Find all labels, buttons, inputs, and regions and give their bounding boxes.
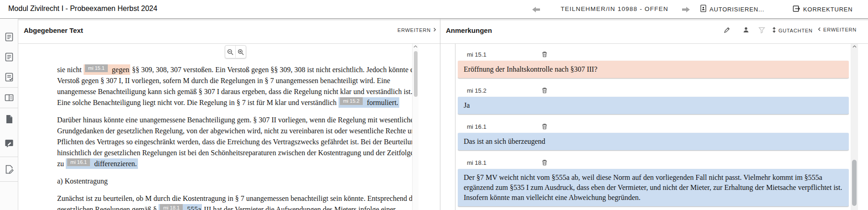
authorize-button[interactable]: AUTORISIEREN... <box>700 4 764 14</box>
draft-edit-icon[interactable] <box>0 157 18 181</box>
annotations-list: mi 15.1Eröffnung der Inhaltskontrolle na… <box>458 44 849 210</box>
authorize-label: AUTORISIEREN... <box>709 6 764 13</box>
annotation-id-label: mi 15.1 <box>467 51 487 58</box>
text-line: Verstoß gegen § 307 I, II vorliegen, sof… <box>57 75 413 86</box>
topbar-divider <box>0 18 868 19</box>
document-icon[interactable] <box>0 108 18 130</box>
highlighted-text-segment: 555a <box>184 204 202 210</box>
text-segment: hinsichtlich der gesetzlichen Regelungen… <box>57 149 413 157</box>
topbar-shadow <box>0 19 868 21</box>
scroll-up-icon[interactable] <box>413 45 418 48</box>
collapse-annotations-link[interactable]: ERWEITERN <box>818 27 857 32</box>
text-segment: gesetzlichen Regelungen gemäß § <box>57 205 159 210</box>
comment-edit-icon[interactable] <box>0 130 18 157</box>
text-line: unangemesse Benachteiligung kann sich ge… <box>57 86 413 97</box>
text-line: Darüber hinaus könnte eine unangemessene… <box>57 115 413 126</box>
zoom-out-button[interactable] <box>225 46 235 58</box>
annotation-highlight: mi 16.1 <box>66 158 91 169</box>
exam-task-icon[interactable] <box>0 47 18 67</box>
annotation-id-label: mi 18.1 <box>467 159 487 166</box>
text-scrollbar-thumb[interactable] <box>414 51 418 97</box>
annotation-entry: mi 18.1Der §7 MV weicht nicht vom §555a … <box>458 159 849 206</box>
sort-vertical-icon <box>772 27 776 34</box>
page-title: Modul Zivilrecht I - Probeexamen Herbst … <box>8 5 157 13</box>
highlighted-text-segment: gegen <box>109 64 130 75</box>
delete-annotation-button[interactable] <box>541 123 548 130</box>
annotations-scrollbar-thumb[interactable] <box>852 160 857 206</box>
submitted-text-content: sie nicht mi 15.1 gegen §§ 309, 308, 307… <box>57 64 413 210</box>
text-paragraph: 18Zunächst ist zu beurteilen, ob M durch… <box>57 193 413 210</box>
next-participant-arrow-icon[interactable] <box>682 6 691 12</box>
text-segment: a) Kostentragung <box>57 177 108 185</box>
corrections-button[interactable]: KORREKTUREN <box>793 4 852 14</box>
reference-book-icon[interactable] <box>0 88 18 108</box>
text-segment: Zunächst ist zu beurteilen, ob M durch d… <box>57 194 413 202</box>
zoom-controls <box>225 45 246 58</box>
participant-status: TEILNEHMER/IN 10988 - OFFEN <box>550 5 678 12</box>
delete-annotation-button[interactable] <box>541 51 548 58</box>
authorize-document-icon <box>700 5 707 14</box>
annotation-label-row: mi 15.1 <box>458 51 849 58</box>
annotation-card[interactable]: Eröffnung der Inhaltskontrolle nach §307… <box>458 61 849 78</box>
text-segment: Grundgedanken der gesetzlichen Regelung,… <box>57 127 413 135</box>
gutachten-button[interactable]: GUTACHTEN <box>772 27 813 34</box>
filter-icon[interactable] <box>758 27 765 35</box>
chevron-right-icon <box>433 27 436 33</box>
text-line: Pflichten des Vertrages so eingeschränkt… <box>57 136 413 147</box>
annotation-marker-badge[interactable]: mi 15.1 <box>85 64 108 72</box>
expand-text-label: ERWEITERN <box>397 27 431 33</box>
annotations-title: Anmerkungen <box>446 26 492 34</box>
collapse-annotations-label: ERWEITERN <box>823 27 857 32</box>
text-line: hinsichtlich der gesetzlichen Regelungen… <box>57 147 413 158</box>
annotation-card[interactable]: Ja <box>458 97 849 114</box>
annotation-id-label: mi 15.2 <box>467 87 487 94</box>
text-segment: zu <box>57 160 66 168</box>
sidebar <box>0 19 18 210</box>
zoom-in-button[interactable] <box>235 46 246 58</box>
highlighted-text-segment: formuliert. <box>364 97 399 108</box>
text-segment: §§ 309, 308, 307 verstoßen. Ein Verstoß … <box>130 66 413 74</box>
annotation-highlight: mi 15.2 <box>339 97 364 108</box>
expand-text-panel-link[interactable]: ERWEITERN <box>397 27 436 33</box>
delete-annotation-button[interactable] <box>541 159 548 166</box>
text-line: Zunächst ist zu beurteilen, ob M durch d… <box>57 193 413 204</box>
text-segment: sie nicht <box>57 66 84 74</box>
annotation-marker-badge[interactable]: mi 15.2 <box>340 97 363 105</box>
annotations-scrollbar[interactable] <box>851 44 858 210</box>
sidebar-divider <box>0 181 18 182</box>
chevron-left-icon <box>818 27 821 32</box>
text-segment: III hat der Vermieter die Aufwendungen d… <box>202 205 396 210</box>
annotation-label-row: mi 18.1 <box>458 159 849 167</box>
annotation-entry: mi 15.2Ja <box>458 87 849 114</box>
previous-participant-arrow-icon[interactable] <box>532 6 541 12</box>
submitted-text-icon[interactable] <box>0 27 18 47</box>
delete-annotation-button[interactable] <box>541 87 548 94</box>
text-line: Grundgedanken der gesetzlichen Regelung,… <box>57 126 413 136</box>
corrected-text-icon[interactable] <box>0 67 18 87</box>
text-segment: Eine solche Benachteiligung liegt nicht … <box>57 99 339 106</box>
screen: Modul Zivilrecht I - Probeexamen Herbst … <box>0 0 868 210</box>
text-segment: Verstoß gegen § 307 I, II vorliegen, sof… <box>57 77 390 84</box>
text-paragraph: 17a) Kostentragung <box>57 176 413 187</box>
text-paragraph: 16Darüber hinaus könnte eine unangemesse… <box>57 115 413 169</box>
annotation-id-label: mi 16.1 <box>467 123 487 130</box>
text-line: sie nicht mi 15.1 gegen §§ 309, 308, 307… <box>57 64 413 75</box>
text-scrollbar[interactable] <box>412 44 418 210</box>
text-line: a) Kostentragung <box>57 176 413 187</box>
text-line: gesetzlichen Regelungen gemäß § mi 18.1 … <box>57 204 413 210</box>
annotation-highlight: mi 15.1 <box>84 64 109 75</box>
annotation-label-row: mi 15.2 <box>458 87 849 94</box>
corrections-label: KORREKTUREN <box>803 6 852 13</box>
annotation-entry: mi 15.1Eröffnung der Inhaltskontrolle na… <box>458 51 849 78</box>
annotation-card[interactable]: Das ist an sich überzeugend <box>458 133 849 150</box>
scroll-up-icon[interactable] <box>851 45 858 48</box>
annotation-marker-badge[interactable]: mi 18.1 <box>160 204 183 210</box>
person-icon[interactable] <box>742 26 750 36</box>
annotation-marker-badge[interactable]: mi 16.1 <box>67 158 90 166</box>
annotation-highlight: mi 18.1 <box>159 204 184 210</box>
submitted-text-title: Abgegebener Text <box>24 26 83 34</box>
pen-icon[interactable] <box>723 26 730 36</box>
text-segment: unangemesse Benachteiligung kann sich ge… <box>57 88 413 95</box>
corrections-box-arrow-icon <box>793 5 800 14</box>
annotation-card[interactable]: Der §7 MV weicht nicht vom §555a ab, wei… <box>458 169 849 206</box>
